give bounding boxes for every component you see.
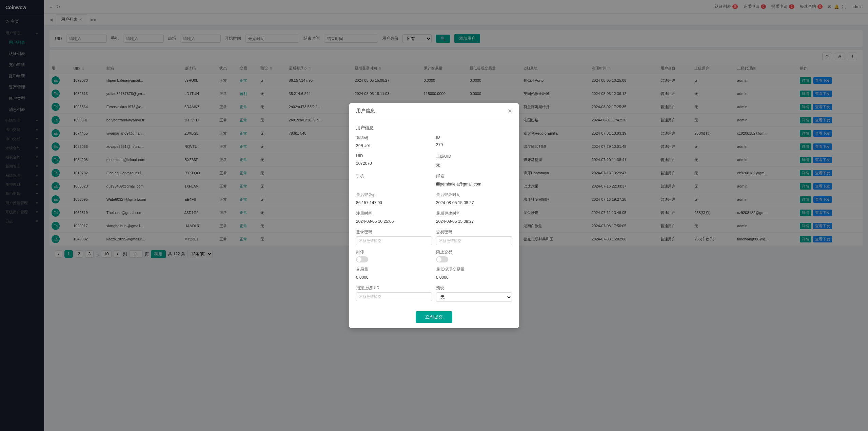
trade-amount-value: 0.0000: [356, 274, 432, 281]
trade-pwd-input[interactable]: [436, 236, 512, 245]
preset-select[interactable]: 无 盈利 亏损: [436, 292, 512, 302]
email-value: filipembaleia@gmail.com: [436, 180, 512, 188]
parent-uid-field: 上级UID 无: [436, 154, 512, 169]
email-label: 邮箱: [436, 173, 512, 179]
phone-label: 手机: [356, 173, 432, 179]
invite-code-label: 邀请码: [356, 135, 432, 141]
preset-field: 预设 无 盈利 亏损: [436, 285, 512, 302]
parent-uid-label: 上级UID: [436, 154, 512, 159]
uid-value: 1072070: [356, 160, 432, 167]
id-value: 279: [436, 141, 512, 149]
parent-uid-assign-input[interactable]: [356, 292, 432, 301]
trade-pwd-field: 交易密码: [436, 229, 512, 245]
uid-label: UID: [356, 154, 432, 158]
last-ip-field: 最后登录ip 86.157.147.90: [356, 192, 432, 207]
ban-field: 封停: [356, 249, 432, 262]
reg-time-field: 注册时间 2024-08-05 10:25:06: [356, 211, 432, 225]
ban-trade-field: 禁止交易: [436, 249, 512, 262]
last-login-label: 最后登录时间: [436, 192, 512, 198]
uid-field: UID 1072070: [356, 154, 432, 169]
parent-uid-value: 无: [436, 161, 512, 169]
modal-overlay[interactable]: 用户信息 ✕ 用户信息 邀请码 39RU0L ID 279 UID 107207…: [0, 0, 868, 431]
invite-code-field: 邀请码 39RU0L: [356, 135, 432, 150]
id-label: ID: [436, 135, 512, 140]
preset-label: 预设: [436, 285, 512, 291]
min-withdraw-field: 最低提现交易量 0.0000: [436, 267, 512, 281]
last-login-value: 2024-08-05 15:08:27: [436, 199, 512, 207]
reg-time-label: 注册时间: [356, 211, 432, 216]
trade-amount-label: 交易量: [356, 267, 432, 272]
reg-time-value: 2024-08-05 10:25:06: [356, 218, 432, 225]
last-edit-field: 最后更改时间 2024-08-05 15:08:27: [436, 211, 512, 225]
parent-uid-assign-field: 指定上级UID: [356, 285, 432, 302]
form-grid: 邀请码 39RU0L ID 279 UID 1072070 上级UID 无: [356, 135, 512, 302]
phone-field: 手机: [356, 173, 432, 188]
modal-section-title: 用户信息: [356, 125, 512, 131]
invite-code-value: 39RU0L: [356, 142, 432, 150]
login-pwd-label: 登录密码: [356, 229, 432, 235]
phone-value: [356, 180, 432, 183]
ban-trade-toggle[interactable]: [436, 256, 448, 262]
ban-label: 封停: [356, 249, 432, 255]
ban-toggle-wrap: [356, 256, 432, 262]
parent-uid-assign-label: 指定上级UID: [356, 285, 432, 291]
ban-trade-label: 禁止交易: [436, 249, 512, 255]
login-pwd-field: 登录密码: [356, 229, 432, 245]
last-ip-label: 最后登录ip: [356, 192, 432, 198]
modal-title: 用户信息: [356, 108, 375, 114]
modal-body: 用户信息 邀请码 39RU0L ID 279 UID 1072070 上级UID: [349, 119, 519, 307]
last-edit-label: 最后更改时间: [436, 211, 512, 216]
user-info-modal: 用户信息 ✕ 用户信息 邀请码 39RU0L ID 279 UID 107207…: [349, 103, 519, 328]
modal-header: 用户信息 ✕: [349, 103, 519, 119]
login-pwd-input[interactable]: [356, 236, 432, 245]
last-login-field: 最后登录时间 2024-08-05 15:08:27: [436, 192, 512, 207]
ban-toggle[interactable]: [356, 256, 368, 262]
min-withdraw-label: 最低提现交易量: [436, 267, 512, 272]
min-withdraw-value: 0.0000: [436, 274, 512, 281]
modal-close-button[interactable]: ✕: [508, 108, 512, 114]
ban-trade-toggle-wrap: [436, 256, 512, 262]
trade-pwd-label: 交易密码: [436, 229, 512, 235]
last-edit-value: 2024-08-05 15:08:27: [436, 218, 512, 225]
trade-amount-field: 交易量 0.0000: [356, 267, 432, 281]
id-field: ID 279: [436, 135, 512, 150]
modal-footer: 立即提交: [349, 307, 519, 328]
submit-button[interactable]: 立即提交: [416, 311, 452, 323]
email-field: 邮箱 filipembaleia@gmail.com: [436, 173, 512, 188]
last-ip-value: 86.157.147.90: [356, 199, 432, 207]
